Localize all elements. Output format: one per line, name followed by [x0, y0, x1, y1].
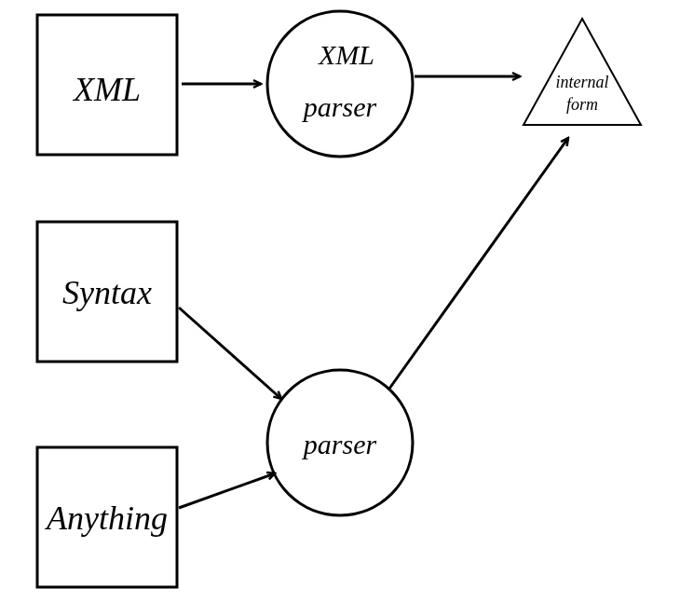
edge-anything-to-parser	[179, 473, 275, 508]
xml-parser-label-1: XML	[318, 39, 374, 70]
node-parser: parser	[267, 370, 413, 515]
node-anything: Anything	[37, 447, 177, 587]
syntax-label: Syntax	[62, 274, 152, 311]
edge-parser-to-internal	[389, 138, 568, 389]
node-xml: XML	[37, 15, 177, 155]
anything-label: Anything	[45, 500, 168, 537]
parser-label: parser	[302, 429, 377, 459]
xml-parser-label-2: parser	[302, 91, 377, 122]
svg-point-1	[267, 11, 413, 157]
node-internal-form: internal form	[524, 19, 641, 125]
edge-syntax-to-parser	[179, 308, 281, 399]
node-xml-parser: XML parser	[267, 11, 413, 157]
internal-form-label-1: internal	[556, 73, 609, 91]
node-syntax: Syntax	[37, 222, 177, 362]
internal-form-label-2: form	[566, 95, 598, 114]
xml-label: XML	[72, 71, 141, 108]
parser-diagram: XML XML parser internal form Syntax Anyt…	[0, 0, 680, 616]
